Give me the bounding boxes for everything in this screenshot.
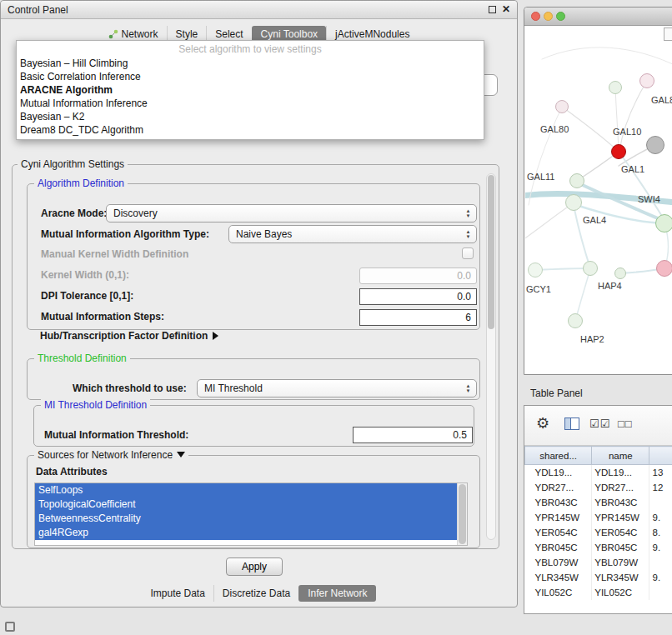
network-node[interactable]	[609, 81, 622, 94]
bottom-tab-impute-data[interactable]: Impute Data	[142, 585, 213, 602]
network-node-label: GAL80	[540, 124, 569, 134]
attribute-item[interactable]: TopologicalCoefficient	[35, 498, 457, 512]
minimize-traffic-light-icon[interactable]	[544, 12, 553, 21]
manual-kernel-width-checkbox[interactable]	[462, 248, 474, 259]
threshold-definition-group: Threshold Definition Which threshold to …	[27, 358, 480, 400]
mi-steps-label: Mutual Information Steps:	[41, 311, 164, 322]
table-cell	[649, 585, 672, 600]
table-header-row[interactable]: shared...name	[525, 447, 672, 465]
table-cell: YIL052C	[525, 585, 592, 600]
dpi-tolerance-input[interactable]: 0.0	[359, 288, 477, 305]
network-canvas[interactable]: GAL8GAL80GAL10GAL11GAL1SWI4GAL4GCY1HAP4H…	[525, 26, 672, 373]
network-node[interactable]	[528, 262, 543, 278]
collapsed-panel-icon[interactable]	[5, 622, 15, 632]
table-row[interactable]: YBR045CYBR045C9.	[525, 540, 672, 555]
bottom-tab-discretize-data[interactable]: Discretize Data	[213, 585, 298, 602]
table-cell: YBR043C	[525, 495, 592, 510]
attribute-item[interactable]: BetweennessCentrality	[35, 512, 457, 526]
dpi-tolerance-label: DPI Tolerance [0,1]:	[41, 290, 133, 302]
table-cell: YBR045C	[592, 540, 649, 555]
algorithm-definition-legend: Algorithm Definition	[34, 178, 128, 189]
attribute-item[interactable]: SelfLoops	[35, 483, 457, 498]
network-node[interactable]	[583, 261, 598, 276]
column-header[interactable]: shared...	[525, 447, 592, 465]
aracne-mode-select[interactable]: Discovery ▲▼	[106, 204, 477, 222]
table-panel-body: ⚙ ☑☑ □□ shared...name YDL19...YDL19...13…	[524, 405, 672, 614]
table-row[interactable]: YIL052CYIL052C	[525, 585, 672, 600]
table-row[interactable]: YDL19...YDL19...13	[525, 465, 672, 480]
attribute-item[interactable]: gal4RGexp	[35, 526, 457, 540]
table-row[interactable]: YLR345WYLR345W9.	[525, 570, 672, 585]
algorithm-option[interactable]: Dream8 DC_TDC Algorithm	[17, 123, 484, 137]
canvas-overlay-box[interactable]	[664, 28, 672, 41]
sources-group: Sources for Network Inference Data Attri…	[27, 455, 480, 548]
table-row[interactable]: YDR27...YDR27...12	[525, 480, 672, 495]
network-node[interactable]	[611, 144, 626, 159]
table-row[interactable]: YPR145WYPR145W9.	[525, 510, 672, 525]
table-cell: YPR145W	[525, 510, 592, 525]
stepper-icon: ▲▼	[463, 382, 474, 395]
mi-algorithm-type-select[interactable]: Naive Bayes ▲▼	[228, 225, 477, 243]
table-row[interactable]: YER054CYER054C8.	[525, 525, 672, 540]
stepper-icon: ▲▼	[463, 228, 474, 241]
algorithm-option[interactable]: ARACNE Algorithm	[17, 83, 484, 97]
cyni-algorithm-settings-legend: Cyni Algorithm Settings	[18, 158, 128, 170]
attributes-scrollbar[interactable]	[457, 483, 467, 545]
network-node[interactable]	[565, 194, 582, 211]
which-threshold-select[interactable]: MI Threshold ▲▼	[197, 379, 477, 398]
table-cell: YLR345W	[525, 570, 592, 585]
close-traffic-light-icon[interactable]	[531, 12, 540, 21]
tab-label: jActiveMNodules	[335, 28, 409, 40]
column-header[interactable]: name	[592, 447, 649, 465]
bottom-tabbar: Impute DataDiscretize DataInfer Network	[1, 583, 517, 603]
table-cell: YLR345W	[592, 570, 649, 585]
network-node[interactable]	[568, 313, 583, 328]
table-panel: Table Panel ⚙ ☑☑ □□ shared...name YDL19.…	[524, 383, 672, 614]
settings-scrollbar[interactable]	[486, 173, 496, 540]
network-node-label: GAL10	[613, 127, 641, 137]
column-selector-icon[interactable]	[564, 418, 579, 430]
mi-steps-input[interactable]: 6	[359, 309, 477, 326]
threshold-definition-legend: Threshold Definition	[34, 352, 130, 364]
algorithm-option[interactable]: Bayesian – Hill Climbing	[17, 57, 484, 70]
deselect-all-checkboxes-icon[interactable]: □□	[618, 418, 633, 430]
zoom-traffic-light-icon[interactable]	[556, 12, 565, 21]
table-cell: 9.	[649, 570, 672, 585]
network-node-label: HAP2	[580, 334, 604, 344]
algorithm-option[interactable]: Basic Correlation Inference	[17, 70, 484, 83]
table-cell: YBL079W	[592, 555, 649, 570]
kernel-width-input[interactable]: 0.0	[359, 268, 477, 284]
table-cell: 9.	[649, 510, 672, 525]
table-row[interactable]: YBL079WYBL079W	[525, 555, 672, 570]
network-node[interactable]	[614, 268, 626, 279]
network-icon	[108, 29, 118, 39]
gear-icon[interactable]: ⚙	[536, 414, 549, 432]
network-node[interactable]	[656, 260, 672, 277]
algorithm-option[interactable]: Bayesian – K2	[17, 110, 484, 123]
network-node[interactable]	[555, 100, 569, 113]
control-panel-title: Control Panel	[8, 4, 68, 16]
algorithm-option[interactable]: Mutual Information Inference	[17, 97, 484, 110]
mi-threshold-input[interactable]: 0.5	[353, 427, 473, 443]
tab-label: Cyni Toolbox	[261, 28, 318, 40]
network-node[interactable]	[655, 214, 672, 232]
table-toolbar: ⚙ ☑☑ □□	[524, 406, 672, 446]
table-row[interactable]: YBR043CYBR043C	[525, 495, 672, 510]
close-icon[interactable]: ✕	[502, 4, 510, 14]
network-node[interactable]	[646, 136, 664, 154]
table-cell: 13	[649, 465, 672, 480]
network-node-label: SWI4	[638, 194, 660, 204]
collapse-right-icon	[213, 332, 218, 340]
table-cell: YDR27...	[525, 480, 592, 495]
float-panel-icon[interactable]	[489, 6, 496, 13]
collapse-down-icon	[177, 452, 185, 458]
sources-legend[interactable]: Sources for Network Inference	[34, 449, 188, 461]
column-header[interactable]	[649, 447, 672, 465]
apply-button[interactable]: Apply	[226, 558, 283, 576]
hub-tf-definition-toggle[interactable]: Hub/Transcription Factor Definition	[40, 330, 218, 342]
select-all-checkboxes-icon[interactable]: ☑☑	[589, 418, 610, 430]
network-node[interactable]	[639, 73, 654, 88]
bottom-tab-infer-network[interactable]: Infer Network	[298, 585, 375, 602]
network-node[interactable]	[569, 173, 584, 188]
table-cell: YBL079W	[525, 555, 592, 570]
